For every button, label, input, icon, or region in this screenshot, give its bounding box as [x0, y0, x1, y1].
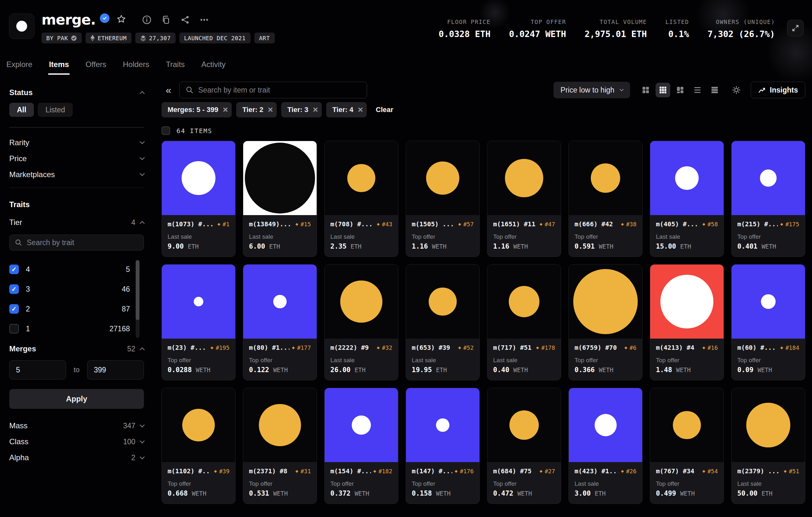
- rarity-rank: #1: [223, 221, 230, 228]
- sale-currency: WETH: [355, 490, 369, 497]
- view-small-grid-button[interactable]: [656, 83, 670, 97]
- nft-card[interactable]: m(2379) ... ◆ #51 Last sale 50.00 ETH: [731, 388, 805, 504]
- tab[interactable]: Offers: [85, 60, 107, 75]
- numeric-section-header[interactable]: Class 100: [9, 434, 144, 450]
- nft-card[interactable]: m(215) #... ◆ #175 Top offer 0.401 WETH: [731, 141, 805, 257]
- collapse-sidebar-button[interactable]: «: [162, 82, 176, 98]
- nft-card[interactable]: m(23) #... ◆ #195 Top offer 0.0288 WETH: [162, 264, 236, 380]
- rarity-diamond-icon: ◆: [540, 468, 542, 474]
- logo-circle: [16, 21, 27, 32]
- merges-min-input[interactable]: [9, 360, 66, 379]
- status-section-header[interactable]: Status: [9, 87, 144, 98]
- nft-circle: [505, 159, 543, 198]
- apply-button[interactable]: Apply: [9, 389, 144, 409]
- more-options-icon[interactable]: [200, 15, 209, 25]
- view-list-button[interactable]: [690, 83, 705, 97]
- tab[interactable]: Activity: [201, 60, 226, 75]
- status-option-button[interactable]: Listed: [38, 103, 72, 117]
- sale-value: 1.16 WETH: [412, 242, 474, 250]
- tier-option-row[interactable]: 2 87: [9, 299, 130, 319]
- tab[interactable]: Items: [48, 60, 69, 75]
- tier-checkbox[interactable]: [9, 324, 19, 334]
- creator-badge[interactable]: BY PAK: [41, 33, 82, 44]
- tier-option-row[interactable]: 1 27168: [9, 319, 130, 339]
- remove-filter-icon[interactable]: ×: [313, 105, 318, 114]
- status-option-button[interactable]: All: [9, 103, 34, 117]
- nft-card[interactable]: m(423) #1... ◆ #26 Last sale 3.00 ETH: [569, 388, 642, 504]
- merges-max-input[interactable]: [87, 360, 144, 379]
- clear-filters-button[interactable]: Clear: [371, 106, 398, 114]
- info-icon[interactable]: [142, 15, 152, 25]
- filter-section-header[interactable]: Marketplaces: [9, 167, 144, 182]
- nft-card[interactable]: m(60) #... ◆ #184 Top offer 0.09 WETH: [731, 264, 805, 380]
- filter-chip[interactable]: Tier: 4 ×: [326, 102, 367, 117]
- view-large-grid-button[interactable]: [638, 83, 653, 97]
- nft-circle: [182, 161, 215, 195]
- nft-card[interactable]: m(154) #... ◆ #182 Top offer 0.372 WETH: [324, 388, 398, 504]
- stat-label: TOP OFFER: [531, 19, 566, 25]
- trait-search-input[interactable]: [26, 238, 139, 247]
- tier-checkbox[interactable]: [9, 304, 19, 314]
- sale-currency: ETH: [594, 490, 606, 497]
- merges-section-header[interactable]: Merges 52: [9, 344, 144, 353]
- tab[interactable]: Holders: [122, 60, 150, 75]
- watchlist-star-icon[interactable]: [116, 15, 126, 24]
- remove-filter-icon[interactable]: ×: [358, 105, 363, 114]
- settings-gear-icon[interactable]: [729, 83, 744, 97]
- nft-card[interactable]: m(1102) #... ◆ #39 Top offer 0.668 WETH: [162, 388, 236, 504]
- nft-card[interactable]: m(2222) #9 ◆ #32 Last sale 26.00 ETH: [324, 264, 398, 380]
- remove-filter-icon[interactable]: ×: [223, 105, 228, 114]
- insights-button[interactable]: Insights: [751, 82, 805, 98]
- tier-checkbox[interactable]: [9, 284, 19, 294]
- tier-option-row[interactable]: 3 46: [9, 279, 130, 299]
- trait-search[interactable]: [9, 235, 144, 251]
- item-search[interactable]: [179, 82, 367, 98]
- nft-card[interactable]: m(1073) #... ◆ #1 Last sale 9.00 ETH: [162, 141, 236, 257]
- nft-card[interactable]: m(717) #51 ◆ #178 Last sale 0.40 WETH: [487, 264, 561, 380]
- filter-chip[interactable]: Merges: 5 - 399 ×: [162, 102, 232, 117]
- nft-card[interactable]: m(147) #... ◆ #176 Top offer 0.158 WETH: [406, 388, 480, 504]
- remove-filter-icon[interactable]: ×: [268, 105, 273, 114]
- sort-dropdown[interactable]: Price low to high: [553, 82, 630, 98]
- filter-chip[interactable]: Tier: 2 ×: [236, 102, 277, 117]
- rarity-rank: #43: [382, 221, 392, 228]
- scrollbar-thumb[interactable]: [136, 260, 140, 320]
- nft-card[interactable]: m(405) #... ◆ #58 Last sale 15.00 ETH: [650, 141, 724, 257]
- nft-card[interactable]: m(13849)... ◆ #15 Last sale 6.00 ETH: [243, 141, 317, 257]
- tab[interactable]: Explore: [6, 60, 33, 75]
- tier-option-row[interactable]: 4 5: [9, 259, 130, 279]
- rarity-diamond-icon: ◆: [458, 221, 461, 227]
- nft-card[interactable]: m(653) #39 ◆ #52 Last sale 19.95 ETH: [406, 264, 480, 380]
- rarity-badge: ◆ #51: [784, 468, 799, 475]
- nft-card[interactable]: m(80) #1... ◆ #177 Top offer 0.122 WETH: [243, 264, 317, 380]
- select-all-checkbox[interactable]: [162, 126, 170, 135]
- expand-layout-button[interactable]: [787, 20, 804, 36]
- items-count-row: 64 ITEMS: [162, 126, 805, 135]
- numeric-section-header[interactable]: Mass 347: [9, 418, 144, 434]
- sale-currency: WETH: [513, 243, 528, 250]
- stat-label: FLOOR PRICE: [447, 19, 491, 25]
- nft-card[interactable]: m(1505) ... ◆ #57 Top offer 1.16 WETH: [406, 141, 480, 257]
- nft-circle: [194, 297, 203, 306]
- filter-chip[interactable]: Tier: 3 ×: [281, 102, 322, 117]
- stat-column: FLOOR PRICE 0.0328 ETH: [439, 19, 491, 39]
- nft-card[interactable]: m(2371) #8 ◆ #31 Top offer 0.531 WETH: [243, 388, 317, 504]
- tier-checkbox[interactable]: [9, 264, 19, 274]
- nft-card[interactable]: m(767) #34 ◆ #54 Top offer 0.499 WETH: [650, 388, 724, 504]
- item-search-input[interactable]: [198, 86, 361, 95]
- share-icon[interactable]: [180, 15, 190, 25]
- view-masonry-button[interactable]: [673, 83, 688, 97]
- nft-card[interactable]: m(6759) #70 ◆ #6 Top offer 0.366 WETH: [569, 264, 642, 380]
- nft-card[interactable]: m(666) #42 ◆ #38 Top offer 0.591 WETH: [569, 141, 642, 257]
- nft-card[interactable]: m(708) #... ◆ #43 Last sale 2.35 ETH: [324, 141, 398, 257]
- nft-card[interactable]: m(4213) #4 ◆ #16 Top offer 1.48 WETH: [650, 264, 724, 380]
- view-table-button[interactable]: [707, 83, 722, 97]
- numeric-section-header[interactable]: Alpha 2: [9, 450, 144, 466]
- tier-section-header[interactable]: Tier 4: [9, 218, 144, 227]
- filter-section-header[interactable]: Price: [9, 151, 144, 167]
- nft-card[interactable]: m(684) #75 ◆ #27 Top offer 0.472 WETH: [487, 388, 561, 504]
- nft-card[interactable]: m(1651) #11 ◆ #47 Top offer 1.16 WETH: [487, 141, 561, 257]
- copy-icon[interactable]: [161, 15, 171, 25]
- tab[interactable]: Traits: [165, 60, 185, 75]
- filter-section-header[interactable]: Rarity: [9, 135, 144, 151]
